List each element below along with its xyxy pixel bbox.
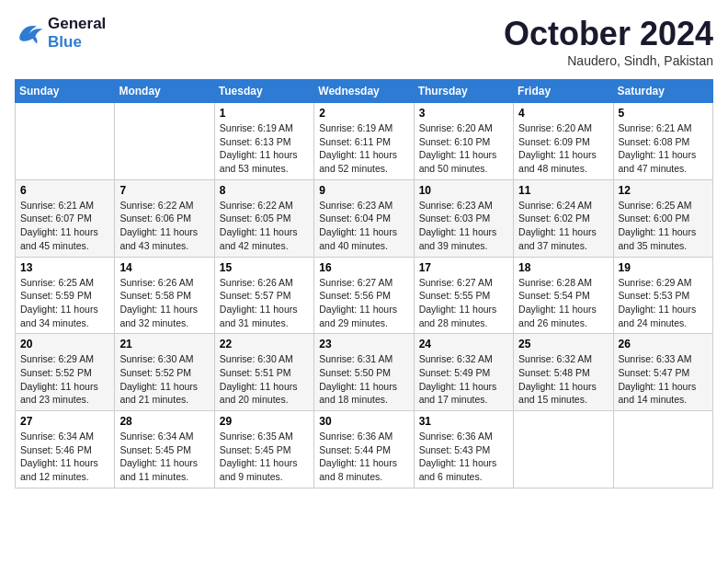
day-number: 1 <box>220 107 309 120</box>
day-number: 13 <box>20 261 109 274</box>
day-info: Sunrise: 6:36 AM Sunset: 5:43 PM Dayligh… <box>419 430 508 484</box>
calendar-cell: 17Sunrise: 6:27 AM Sunset: 5:55 PM Dayli… <box>414 257 513 334</box>
calendar-cell: 30Sunrise: 6:36 AM Sunset: 5:44 PM Dayli… <box>314 411 414 488</box>
day-info: Sunrise: 6:29 AM Sunset: 5:52 PM Dayligh… <box>20 352 109 407</box>
day-info: Sunrise: 6:22 AM Sunset: 6:05 PM Dayligh… <box>220 199 309 253</box>
day-number: 15 <box>220 261 309 274</box>
day-info: Sunrise: 6:32 AM Sunset: 5:48 PM Dayligh… <box>518 352 608 407</box>
calendar-cell: 16Sunrise: 6:27 AM Sunset: 5:56 PM Dayli… <box>314 257 414 334</box>
day-number: 23 <box>319 338 408 350</box>
day-number: 8 <box>220 184 309 197</box>
day-info: Sunrise: 6:23 AM Sunset: 6:03 PM Dayligh… <box>419 199 508 253</box>
day-number: 3 <box>419 107 508 120</box>
calendar-cell: 4Sunrise: 6:20 AM Sunset: 6:09 PM Daylig… <box>514 103 613 180</box>
calendar-cell: 23Sunrise: 6:31 AM Sunset: 5:50 PM Dayli… <box>314 334 414 411</box>
day-info: Sunrise: 6:28 AM Sunset: 5:54 PM Dayligh… <box>518 276 608 330</box>
calendar-cell: 13Sunrise: 6:25 AM Sunset: 5:59 PM Dayli… <box>16 257 115 334</box>
calendar-week-4: 20Sunrise: 6:29 AM Sunset: 5:52 PM Dayli… <box>16 334 713 411</box>
day-number: 28 <box>119 415 209 428</box>
day-info: Sunrise: 6:25 AM Sunset: 5:59 PM Dayligh… <box>20 276 109 330</box>
calendar-cell <box>16 103 115 180</box>
day-number: 20 <box>20 338 109 350</box>
calendar-cell: 27Sunrise: 6:34 AM Sunset: 5:46 PM Dayli… <box>16 411 115 488</box>
calendar-cell: 7Sunrise: 6:22 AM Sunset: 6:06 PM Daylig… <box>115 179 214 257</box>
day-info: Sunrise: 6:30 AM Sunset: 5:51 PM Dayligh… <box>220 352 309 407</box>
day-number: 4 <box>518 107 608 120</box>
calendar-week-3: 13Sunrise: 6:25 AM Sunset: 5:59 PM Dayli… <box>16 257 713 334</box>
day-number: 21 <box>119 338 209 350</box>
calendar-cell: 11Sunrise: 6:24 AM Sunset: 6:02 PM Dayli… <box>514 179 613 257</box>
day-number: 16 <box>319 261 408 274</box>
calendar-cell <box>115 103 214 180</box>
calendar-cell: 12Sunrise: 6:25 AM Sunset: 6:00 PM Dayli… <box>613 179 712 257</box>
logo: General Blue <box>15 15 106 52</box>
calendar-cell: 3Sunrise: 6:20 AM Sunset: 6:10 PM Daylig… <box>414 103 513 180</box>
day-number: 30 <box>319 415 408 428</box>
day-number: 11 <box>518 184 608 197</box>
day-info: Sunrise: 6:33 AM Sunset: 5:47 PM Dayligh… <box>619 352 708 407</box>
header-day-thursday: Thursday <box>414 80 513 103</box>
day-info: Sunrise: 6:36 AM Sunset: 5:44 PM Dayligh… <box>319 430 408 484</box>
day-info: Sunrise: 6:34 AM Sunset: 5:45 PM Dayligh… <box>119 430 209 484</box>
header-day-wednesday: Wednesday <box>314 80 414 103</box>
calendar-cell: 19Sunrise: 6:29 AM Sunset: 5:53 PM Dayli… <box>613 257 712 334</box>
calendar-cell: 28Sunrise: 6:34 AM Sunset: 5:45 PM Dayli… <box>115 411 214 488</box>
calendar-cell: 15Sunrise: 6:26 AM Sunset: 5:57 PM Dayli… <box>214 257 313 334</box>
day-number: 6 <box>20 184 109 197</box>
day-number: 5 <box>619 107 708 120</box>
day-number: 14 <box>119 261 209 274</box>
calendar-cell: 24Sunrise: 6:32 AM Sunset: 5:49 PM Dayli… <box>414 334 513 411</box>
header-day-monday: Monday <box>115 80 214 103</box>
day-number: 26 <box>619 338 708 350</box>
day-info: Sunrise: 6:19 AM Sunset: 6:13 PM Dayligh… <box>220 121 309 176</box>
calendar-week-1: 1Sunrise: 6:19 AM Sunset: 6:13 PM Daylig… <box>16 103 713 180</box>
title-block: October 2024 Naudero, Sindh, Pakistan <box>504 15 713 68</box>
calendar-cell: 14Sunrise: 6:26 AM Sunset: 5:58 PM Dayli… <box>115 257 214 334</box>
day-info: Sunrise: 6:21 AM Sunset: 6:07 PM Dayligh… <box>20 199 109 253</box>
location-subtitle: Naudero, Sindh, Pakistan <box>504 53 713 68</box>
day-info: Sunrise: 6:32 AM Sunset: 5:49 PM Dayligh… <box>419 352 508 407</box>
day-number: 12 <box>619 184 708 197</box>
calendar-body: 1Sunrise: 6:19 AM Sunset: 6:13 PM Daylig… <box>16 103 713 488</box>
logo-text: General Blue <box>48 15 106 52</box>
header-day-friday: Friday <box>514 80 613 103</box>
calendar-cell: 9Sunrise: 6:23 AM Sunset: 6:04 PM Daylig… <box>314 179 414 257</box>
day-number: 18 <box>518 261 608 274</box>
day-number: 7 <box>119 184 209 197</box>
calendar-cell <box>514 411 613 488</box>
day-info: Sunrise: 6:31 AM Sunset: 5:50 PM Dayligh… <box>319 352 408 407</box>
calendar-cell: 25Sunrise: 6:32 AM Sunset: 5:48 PM Dayli… <box>514 334 613 411</box>
calendar-week-2: 6Sunrise: 6:21 AM Sunset: 6:07 PM Daylig… <box>16 179 713 257</box>
day-info: Sunrise: 6:30 AM Sunset: 5:52 PM Dayligh… <box>119 352 209 407</box>
day-number: 2 <box>319 107 408 120</box>
day-info: Sunrise: 6:23 AM Sunset: 6:04 PM Dayligh… <box>319 199 408 253</box>
calendar-cell: 2Sunrise: 6:19 AM Sunset: 6:11 PM Daylig… <box>314 103 414 180</box>
day-info: Sunrise: 6:27 AM Sunset: 5:56 PM Dayligh… <box>319 276 408 330</box>
calendar-cell: 5Sunrise: 6:21 AM Sunset: 6:08 PM Daylig… <box>613 103 712 180</box>
calendar-cell: 6Sunrise: 6:21 AM Sunset: 6:07 PM Daylig… <box>16 179 115 257</box>
header-day-saturday: Saturday <box>613 80 712 103</box>
day-info: Sunrise: 6:26 AM Sunset: 5:57 PM Dayligh… <box>220 276 309 330</box>
calendar-cell: 10Sunrise: 6:23 AM Sunset: 6:03 PM Dayli… <box>414 179 513 257</box>
calendar-cell: 21Sunrise: 6:30 AM Sunset: 5:52 PM Dayli… <box>115 334 214 411</box>
day-info: Sunrise: 6:34 AM Sunset: 5:46 PM Dayligh… <box>20 430 109 484</box>
calendar-table: SundayMondayTuesdayWednesdayThursdayFrid… <box>15 79 713 488</box>
header-day-sunday: Sunday <box>16 80 115 103</box>
day-number: 29 <box>220 415 309 428</box>
calendar-cell: 31Sunrise: 6:36 AM Sunset: 5:43 PM Dayli… <box>414 411 513 488</box>
day-number: 19 <box>619 261 708 274</box>
calendar-cell: 26Sunrise: 6:33 AM Sunset: 5:47 PM Dayli… <box>613 334 712 411</box>
calendar-cell: 1Sunrise: 6:19 AM Sunset: 6:13 PM Daylig… <box>214 103 313 180</box>
calendar-cell <box>613 411 712 488</box>
calendar-header: SundayMondayTuesdayWednesdayThursdayFrid… <box>16 80 713 103</box>
day-info: Sunrise: 6:19 AM Sunset: 6:11 PM Dayligh… <box>319 121 408 176</box>
logo-icon <box>15 20 44 46</box>
day-info: Sunrise: 6:26 AM Sunset: 5:58 PM Dayligh… <box>119 276 209 330</box>
day-number: 25 <box>518 338 608 350</box>
day-info: Sunrise: 6:27 AM Sunset: 5:55 PM Dayligh… <box>419 276 508 330</box>
page-header: General Blue October 2024 Naudero, Sindh… <box>15 15 713 68</box>
calendar-cell: 29Sunrise: 6:35 AM Sunset: 5:45 PM Dayli… <box>214 411 313 488</box>
day-info: Sunrise: 6:21 AM Sunset: 6:08 PM Dayligh… <box>619 121 708 176</box>
day-number: 22 <box>220 338 309 350</box>
calendar-week-5: 27Sunrise: 6:34 AM Sunset: 5:46 PM Dayli… <box>16 411 713 488</box>
